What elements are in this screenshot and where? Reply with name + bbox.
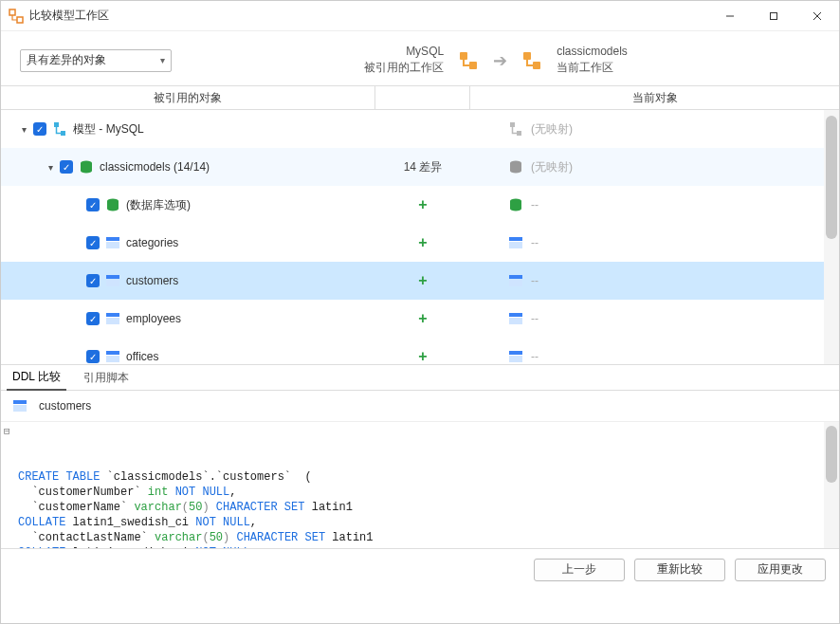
toolbar: 具有差异的对象 ▾ MySQL 被引用的工作区 ➔ classicmodels … [1, 31, 839, 85]
tree-row-label: 模型 - MySQL [73, 121, 144, 138]
code-line: `customerName` varchar(50) CHARACTER SET… [18, 500, 831, 515]
tree-row[interactable]: ✓categories+-- [1, 224, 839, 262]
tree-row-left: ▾✓模型 - MySQL [1, 121, 375, 138]
column-current: 当前对象 [470, 86, 839, 109]
mapping-text: -- [531, 236, 539, 249]
mapping-text: -- [531, 198, 539, 211]
mapping-icon [508, 121, 523, 137]
code-line: `contactLastName` varchar(50) CHARACTER … [18, 530, 831, 545]
svg-rect-23 [106, 280, 119, 286]
svg-rect-12 [510, 122, 515, 127]
tree-row-mapping: -- [470, 349, 839, 364]
code-scroll-thumb[interactable] [826, 426, 837, 483]
tree-row-diff: 14 差异 [375, 159, 470, 175]
checkbox[interactable]: ✓ [60, 160, 73, 174]
window: 比较模型工作区 具有差异的对象 ▾ MySQL 被引用的工作区 [0, 0, 840, 624]
svg-rect-33 [509, 356, 522, 362]
table-icon [105, 273, 120, 288]
chevron-down-icon: ▾ [160, 55, 165, 65]
tree-row-diff: + [375, 272, 470, 289]
tree-row-diff: + [375, 234, 470, 251]
compare-right: classicmodels 当前工作区 [557, 45, 628, 76]
svg-rect-30 [106, 351, 119, 355]
db-icon [105, 197, 120, 212]
close-button[interactable] [795, 1, 839, 31]
tree-row-label: classicmodels (14/14) [100, 160, 210, 174]
compare-header: MySQL 被引用的工作区 ➔ classicmodels 当前工作区 [172, 45, 820, 76]
expander-icon[interactable]: ▾ [18, 124, 29, 135]
mapping-text: -- [531, 312, 539, 325]
detail-header: customers [1, 391, 839, 421]
tree-row-mapping: -- [470, 235, 839, 250]
code-line: COLLATE latin1_swedish_ci NOT NULL, [18, 545, 831, 548]
mapping-text: (无映射) [531, 121, 573, 138]
table-icon [12, 398, 27, 413]
workspace-left-icon [457, 49, 480, 72]
tree-row-left: ▾✓classicmodels (14/14) [1, 159, 375, 174]
tree-scrollbar[interactable] [824, 110, 839, 364]
tab-script[interactable]: 引用脚本 [78, 366, 135, 390]
apply-button[interactable]: 应用更改 [735, 559, 826, 581]
detail-tabs: DDL 比较 引用脚本 [1, 364, 839, 391]
checkbox[interactable]: ✓ [33, 122, 46, 136]
tree-scroll-thumb[interactable] [826, 116, 837, 239]
tree-row[interactable]: ▾✓模型 - MySQL(无映射) [1, 110, 839, 148]
tree-row-diff: + [375, 196, 470, 213]
fold-minus-icon[interactable]: ⊟ [4, 424, 10, 439]
schema-icon [52, 121, 67, 137]
tree-row-diff: + [375, 348, 470, 364]
code-line: `customerNumber` int NOT NULL, [18, 485, 831, 500]
tree-row-left: ✓offices [1, 349, 375, 364]
compare-left-sub: 被引用的工作区 [364, 60, 444, 76]
checkbox[interactable]: ✓ [86, 198, 100, 211]
code-scrollbar[interactable] [824, 422, 839, 548]
compare-right-name: classicmodels [557, 45, 628, 58]
svg-rect-8 [523, 52, 531, 60]
checkbox[interactable]: ✓ [86, 274, 100, 287]
detail-object-name: customers [39, 399, 91, 413]
table-icon [105, 235, 120, 250]
plus-icon: + [418, 196, 427, 213]
svg-rect-29 [509, 318, 522, 324]
diff-tree[interactable]: ▾✓模型 - MySQL(无映射)▾✓classicmodels (14/14)… [1, 110, 839, 364]
table-icon [105, 349, 120, 364]
tree-row-mapping: -- [470, 311, 839, 326]
tree-row[interactable]: ✓(数据库选项)+-- [1, 186, 839, 224]
ddl-code[interactable]: ⊟ CREATE TABLE `classicmodels`.`customer… [1, 421, 839, 548]
maximize-button[interactable] [752, 1, 795, 31]
compare-left: MySQL 被引用的工作区 [364, 45, 444, 76]
plus-icon: + [418, 310, 427, 327]
svg-rect-6 [460, 52, 467, 60]
svg-rect-0 [9, 9, 15, 15]
code-line: CREATE TABLE `classicmodels`.`customers`… [18, 469, 831, 485]
svg-rect-3 [771, 12, 777, 19]
mapping-icon [508, 159, 523, 174]
checkbox[interactable]: ✓ [86, 350, 100, 363]
tree-row-label: employees [126, 312, 181, 325]
tree-row[interactable]: ▾✓classicmodels (14/14)14 差异(无映射) [1, 148, 839, 186]
filter-select[interactable]: 具有差异的对象 ▾ [20, 49, 172, 72]
expander-icon[interactable]: ▾ [45, 162, 56, 173]
svg-rect-26 [106, 313, 119, 317]
minimize-button[interactable] [708, 1, 752, 31]
tree-row[interactable]: ✓offices+-- [1, 338, 839, 364]
tree-row[interactable]: ✓employees+-- [1, 300, 839, 338]
tree-row-mapping: (无映射) [470, 121, 839, 138]
mapping-text: (无映射) [531, 159, 573, 175]
checkbox[interactable]: ✓ [86, 312, 100, 325]
svg-rect-31 [106, 356, 119, 362]
tree-row-left: ✓employees [1, 311, 375, 326]
tab-ddl[interactable]: DDL 比较 [7, 365, 66, 391]
svg-rect-25 [509, 280, 522, 286]
checkbox[interactable]: ✓ [86, 236, 100, 249]
svg-rect-27 [106, 318, 119, 324]
recompare-button[interactable]: 重新比较 [634, 559, 725, 581]
db-icon [79, 159, 94, 174]
mapping-text: -- [531, 274, 539, 287]
svg-rect-21 [509, 242, 522, 248]
back-button[interactable]: 上一步 [534, 559, 625, 581]
tree-row-mapping: -- [470, 197, 839, 212]
tree-row[interactable]: ✓customers+-- [1, 262, 839, 300]
mapping-icon [508, 197, 523, 212]
svg-rect-13 [517, 131, 521, 136]
